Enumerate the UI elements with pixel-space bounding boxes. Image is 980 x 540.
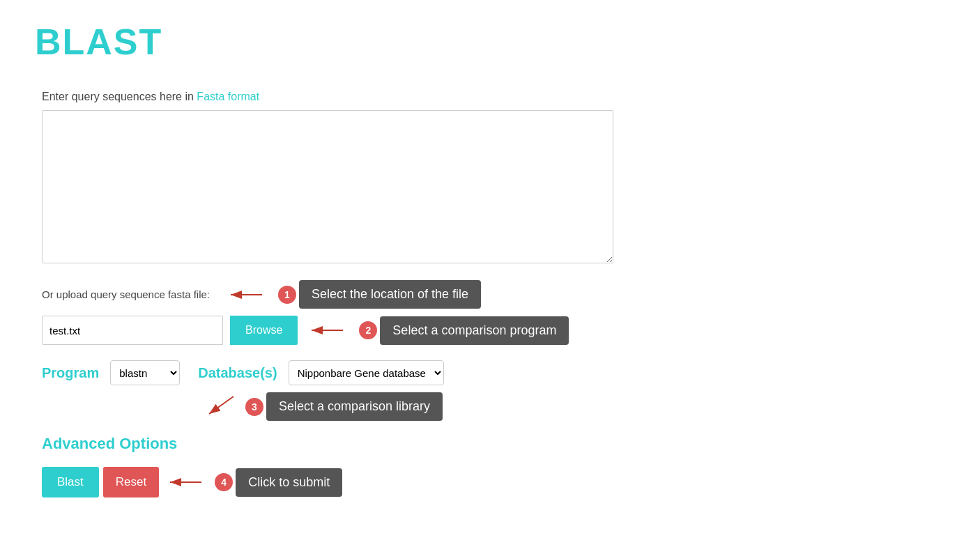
upload-label: Or upload query sequence fasta file: [42,288,210,300]
step1-tooltip: Select the location of the file [299,280,481,309]
program-select[interactable]: blastn blastp blastx tblastn tblastx [110,360,180,385]
query-label-text: Enter query sequences here in [42,91,197,102]
step2-tooltip: Select a comparison program [380,316,569,345]
query-label: Enter query sequences here in Fasta form… [42,91,945,103]
step3-tooltip: Select a comparison library [266,392,443,421]
file-input[interactable] [42,316,223,345]
advanced-options[interactable]: Advanced Options [42,435,945,453]
step1-badge: 1 [278,286,296,304]
databases-select[interactable]: Nipponbare Gene database Other database … [289,360,444,385]
fasta-format-link[interactable]: Fasta format [197,91,259,102]
browse-button[interactable]: Browse [230,316,298,345]
step4-badge: 4 [215,473,233,491]
blast-title: BLAST [35,21,945,63]
arrow1-icon [224,284,266,305]
arrow2-icon [305,320,346,341]
arrow4-icon [163,472,205,493]
blast-button[interactable]: Blast [42,467,99,497]
sequence-textarea[interactable] [42,110,613,263]
reset-button[interactable]: Reset [103,467,159,497]
step2-badge: 2 [359,321,377,339]
step3-badge: 3 [245,398,263,416]
arrow3-icon [202,393,237,421]
step4-tooltip: Click to submit [236,468,342,497]
svg-line-5 [209,396,233,414]
program-label: Program [42,365,99,381]
databases-label: Database(s) [198,365,277,381]
